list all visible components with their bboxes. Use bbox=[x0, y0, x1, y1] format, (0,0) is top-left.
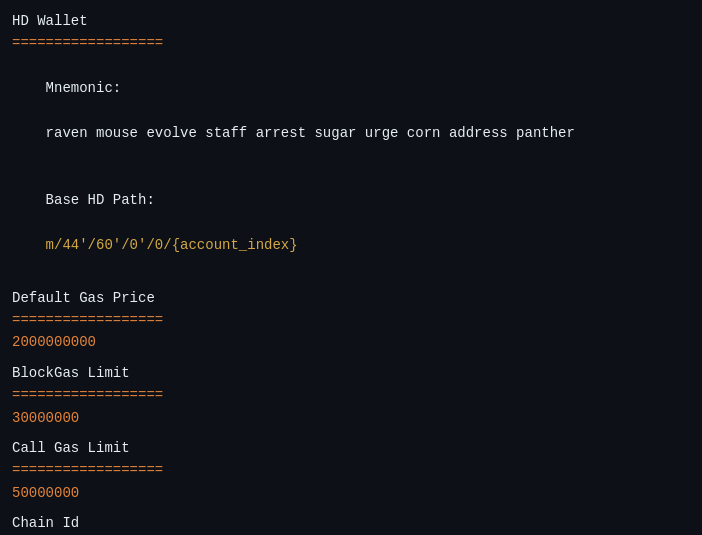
gas-price-label: Default Gas Price bbox=[12, 287, 690, 309]
mnemonic-value: raven mouse evolve staff arrest sugar ur… bbox=[46, 125, 575, 141]
gas-price-value: 2000000000 bbox=[12, 331, 690, 353]
call-gas-value: 50000000 bbox=[12, 482, 690, 504]
mnemonic-spacer bbox=[46, 103, 88, 119]
call-gas-label: Call Gas Limit bbox=[12, 437, 690, 459]
hd-path-line: Base HD Path: m/44'/60'/0'/0/{account_in… bbox=[12, 167, 690, 279]
blockgas-value: 30000000 bbox=[12, 407, 690, 429]
terminal-window: HD Wallet ================== Mnemonic: r… bbox=[0, 0, 702, 535]
hd-path-spacer bbox=[46, 215, 63, 231]
blockgas-label: BlockGas Limit bbox=[12, 362, 690, 384]
chain-id-label: Chain Id bbox=[12, 512, 690, 534]
mnemonic-label: Mnemonic: bbox=[46, 80, 122, 96]
mnemonic-line: Mnemonic: raven mouse evolve staff arres… bbox=[12, 55, 690, 167]
blockgas-separator: ================== bbox=[12, 384, 690, 406]
title-line: HD Wallet bbox=[12, 10, 690, 32]
title-separator: ================== bbox=[12, 32, 690, 54]
gas-price-separator: ================== bbox=[12, 309, 690, 331]
hd-path-value: m/44'/60'/0'/0/{account_index} bbox=[46, 237, 298, 253]
hd-path-label: Base HD Path: bbox=[46, 192, 155, 208]
call-gas-separator: ================== bbox=[12, 459, 690, 481]
